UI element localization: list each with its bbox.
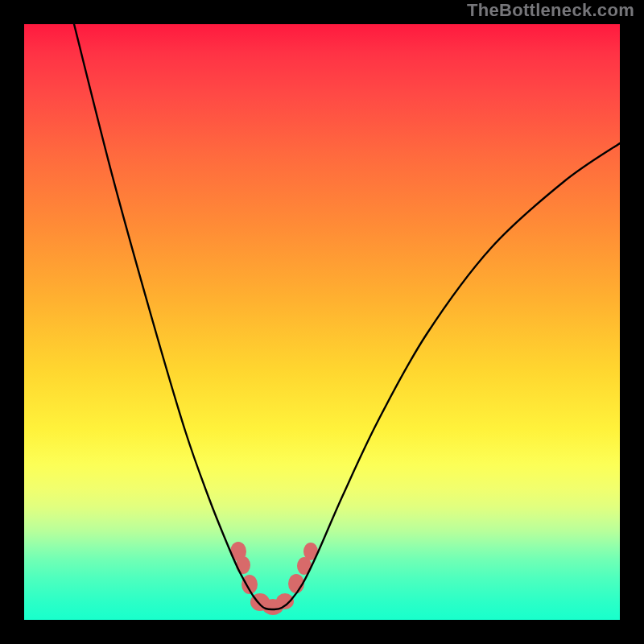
gradient-panel [24,24,620,620]
watermark-text: TheBottleneck.com [467,0,634,21]
bottleneck-curve [74,24,620,609]
curve-nodule-1 [236,556,250,574]
chart-stage: TheBottleneck.com [0,0,644,644]
curve-svg [24,24,620,620]
